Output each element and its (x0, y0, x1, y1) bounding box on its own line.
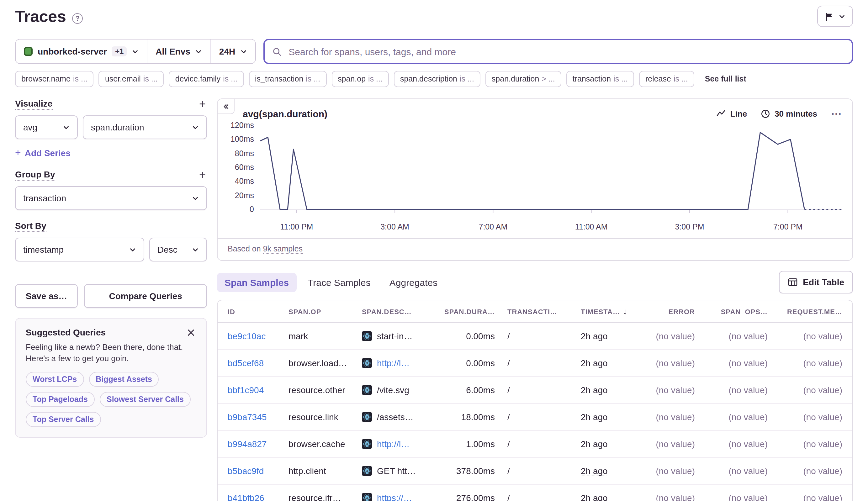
span-id-link[interactable]: be9c10ac (227, 331, 266, 341)
help-icon[interactable]: ? (72, 13, 83, 23)
column-header-timesta[interactable]: TIMESTA…↓ (574, 307, 638, 316)
interval-button[interactable]: 30 minutes (761, 109, 817, 118)
cell-span-id: b41bfb26 (218, 493, 282, 501)
span-description-text[interactable]: https://… (377, 493, 412, 501)
add-group-by-button[interactable]: + (198, 169, 207, 181)
span-id-link[interactable]: b41bfb26 (227, 493, 264, 501)
column-header-error[interactable]: ERROR (638, 308, 701, 315)
sort-direction-select[interactable]: Desc (149, 238, 207, 262)
filter-chip-release[interactable]: releaseis ... (639, 71, 694, 87)
timestamp-value[interactable]: 2h ago (581, 331, 608, 341)
environment-value: All Envs (156, 46, 190, 56)
column-header-id[interactable]: ID (218, 308, 282, 315)
cell-span-op: browser.cache (282, 439, 356, 449)
table-row: b41bfb26resource.ifr…https://…276.00ms/2… (218, 485, 852, 501)
cell-request-method: (no value) (774, 331, 852, 341)
filter-chip-browser.name[interactable]: browser.nameis ... (15, 71, 94, 87)
timestamp-value[interactable]: 2h ago (581, 493, 608, 501)
collapse-chart-button[interactable] (218, 99, 235, 114)
megaphone-flag-icon (825, 12, 834, 21)
column-header-span-ops[interactable]: SPAN_OPS… (701, 308, 774, 315)
aggregate-select[interactable]: avg (15, 115, 78, 139)
filter-chip-user.email[interactable]: user.emailis ... (99, 71, 164, 87)
table-row: b994a827browser.cachehttp://l…1.00ms/2h … (218, 431, 852, 458)
column-header-span-dura[interactable]: SPAN.DURA… (431, 308, 501, 315)
span-id-link[interactable]: b9ba7345 (227, 412, 267, 422)
x-axis-label: 3:00 PM (675, 223, 704, 231)
timestamp-value[interactable]: 2h ago (581, 466, 608, 476)
date-range-picker[interactable]: 24H (210, 40, 255, 63)
suggested-chip-top-pageloads[interactable]: Top Pageloads (26, 392, 95, 407)
sort-field-select[interactable]: timestamp (15, 238, 144, 262)
table-body: be9c10acmarkstart-in…0.00ms/2h ago(no va… (218, 323, 852, 501)
suggested-chip-worst-lcps[interactable]: Worst LCPs (26, 372, 84, 387)
column-header-transacti[interactable]: TRANSACTI… (501, 308, 574, 315)
field-select[interactable]: span.duration (83, 115, 207, 139)
span-id-link[interactable]: b5bac9fd (227, 466, 264, 476)
cell-request-method: (no value) (774, 412, 852, 422)
tab-trace-samples[interactable]: Trace Samples (300, 273, 378, 292)
cell-span-op: resource.ifr… (282, 493, 356, 501)
see-full-list-button[interactable]: See full list (699, 71, 752, 87)
cell-transaction: / (501, 493, 574, 501)
span-description-text[interactable]: http://l… (377, 358, 410, 368)
search-input[interactable] (287, 45, 844, 57)
span-id-link[interactable]: b994a827 (227, 439, 267, 449)
span-description-text[interactable]: http://l… (377, 439, 410, 449)
cell-span-id: b994a827 (218, 439, 282, 449)
compare-queries-button[interactable]: Compare Queries (84, 284, 207, 308)
plus-icon: + (15, 147, 21, 159)
timestamp-value[interactable]: 2h ago (581, 439, 608, 449)
cell-span-op: http.client (282, 466, 356, 476)
cell-span-description: https://… (356, 493, 431, 501)
filter-chip-device.family[interactable]: device.familyis ... (169, 71, 244, 87)
span-description-text: /assets… (377, 412, 414, 422)
cell-transaction: / (501, 385, 574, 395)
project-platform-icon (362, 493, 372, 501)
chevron-down-icon (195, 48, 202, 55)
span-id-link[interactable]: bd5cef68 (227, 358, 264, 368)
add-series-button[interactable]: + Add Series (15, 147, 71, 159)
project-platform-icon (362, 358, 372, 368)
close-icon[interactable] (186, 327, 196, 338)
chart-options-icon[interactable]: ⋯ (831, 107, 842, 120)
cell-span-op: mark (282, 331, 356, 341)
tab-aggregates[interactable]: Aggregates (382, 273, 445, 292)
cell-timestamp: 2h ago (574, 385, 638, 395)
group-by-select[interactable]: transaction (15, 186, 207, 210)
cell-transaction: / (501, 439, 574, 449)
suggested-chip-biggest-assets[interactable]: Biggest Assets (89, 372, 159, 387)
cell-span-ops: (no value) (701, 439, 774, 449)
filter-chip-is_transaction[interactable]: is_transactionis ... (249, 71, 326, 87)
chevron-down-icon (192, 124, 199, 131)
add-visualize-button[interactable]: + (198, 98, 207, 110)
column-header-span-desc[interactable]: SPAN.DESC… (356, 308, 431, 315)
timestamp-value[interactable]: 2h ago (581, 385, 608, 395)
filter-chip-span.description[interactable]: span.descriptionis ... (394, 71, 480, 87)
column-header-span-op[interactable]: SPAN.OP (282, 308, 356, 315)
filter-chip-transaction[interactable]: transactionis ... (566, 71, 634, 87)
filter-chip-span.duration[interactable]: span.duration> ... (485, 71, 561, 87)
chevron-down-icon (240, 48, 247, 55)
save-as-button[interactable]: Save as… (15, 284, 78, 308)
filter-chip-span.op[interactable]: span.opis ... (331, 71, 389, 87)
project-picker[interactable]: unborked-server +1 (16, 40, 147, 63)
environment-picker[interactable]: All Envs (147, 40, 210, 63)
sort-direction-value: Desc (157, 245, 178, 255)
cell-request-method: (no value) (774, 466, 852, 476)
suggested-chip-top-server-calls[interactable]: Top Server Calls (26, 412, 100, 427)
tab-span-samples[interactable]: Span Samples (217, 273, 296, 292)
chevron-down-icon (63, 124, 70, 131)
column-header-request-me[interactable]: REQUEST.ME… (774, 308, 852, 315)
timestamp-value[interactable]: 2h ago (581, 412, 608, 422)
chart-type-button[interactable]: Line (717, 109, 747, 118)
suggested-queries-title: Suggested Queries (26, 327, 106, 337)
chart-plot[interactable] (260, 123, 842, 221)
span-description-text: GET htt… (377, 466, 416, 476)
span-id-link[interactable]: bbf1c904 (227, 385, 264, 395)
suggested-chip-slowest-server-calls[interactable]: Slowest Server Calls (100, 392, 191, 407)
span-description-text: start-in… (377, 331, 413, 341)
feedback-button[interactable] (817, 6, 853, 27)
timestamp-value[interactable]: 2h ago (581, 358, 608, 368)
edit-table-button[interactable]: Edit Table (779, 271, 853, 294)
